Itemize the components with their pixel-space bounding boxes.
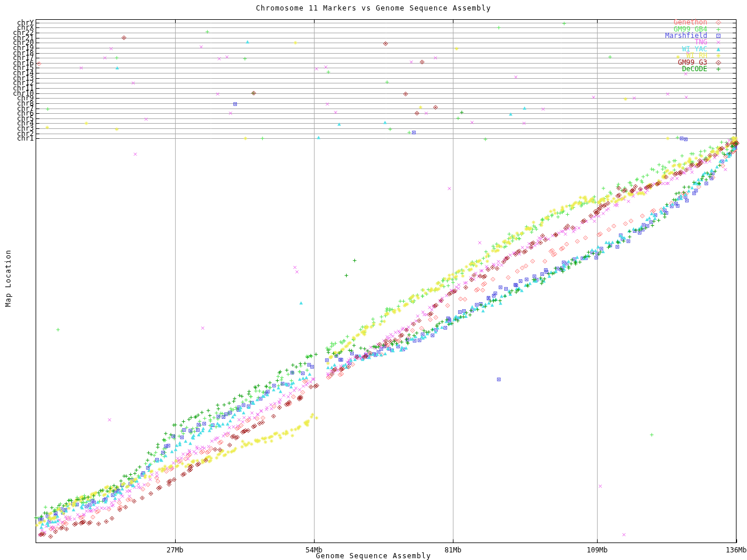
legend-marker-icon [714,26,722,33]
legend-item-marshfield: Marshfield [595,33,727,39]
legend-marker-icon [714,46,722,52]
x-axis-tick-label: 27Mb [155,546,196,554]
legend-marker-icon [714,19,722,26]
legend-item-rh: WI RH [595,52,727,59]
x-axis-tick-label: 81Mb [432,546,473,554]
x-axis-label: Genome Sequence Assembly [0,552,747,560]
x-axis-tick-label: 109Mb [577,546,617,554]
legend-item-gb4: GM99 GB4 [595,26,727,32]
x-axis-tick-label: 54Mb [294,546,334,554]
legend-item-yac: WI YAC [595,46,727,52]
legend-marker-icon [714,39,722,46]
legend-item-genethon: Genethon [595,19,727,26]
chart-title: Chromosome 11 Markers vs Genome Sequence… [0,4,747,12]
legend-item-decode: DeCODE [595,66,727,72]
legend-marker-icon [714,66,722,72]
legend-item-tng: TNG [595,39,727,46]
legend: GenethonGM99 GB4MarshfieldTNGWI YACWI RH… [595,19,727,72]
chr-row-label-chr1: chr1 [0,135,34,142]
scatter-plot-canvas [0,0,747,560]
y-axis-label: Map Location [4,243,12,313]
legend-marker-icon [714,33,722,39]
legend-marker-icon [714,60,722,66]
legend-item-g3: GM99 G3 [595,59,727,65]
x-axis-tick-label: 136Mb [716,546,747,554]
legend-marker-icon [714,52,722,59]
legend-label: DeCODE [682,66,707,72]
